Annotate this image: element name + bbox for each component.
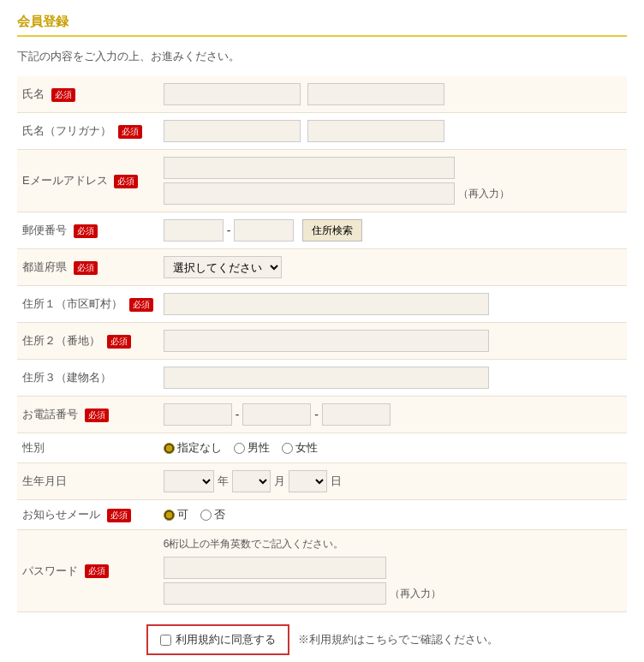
newsletter-input-cell: 可 否 xyxy=(158,500,627,530)
name-label: 氏名 必須 xyxy=(17,76,158,113)
newsletter-label: お知らせメール 必須 xyxy=(17,500,158,530)
zip-search-button[interactable]: 住所検索 xyxy=(302,219,362,242)
password-confirm-input[interactable] xyxy=(164,582,386,605)
phone-input-cell: - - xyxy=(158,397,627,433)
page-title: 会員登録 xyxy=(17,14,627,37)
zip-input-cell: - 住所検索 xyxy=(158,212,627,249)
name-kana-label: 氏名（フリガナ） 必須 xyxy=(17,113,158,150)
prefecture-select[interactable]: 選択してください 北海道青森県岩手県 宮城県秋田県山形県 福島県茨城県栃木県 群… xyxy=(164,256,282,278)
password-hint: 6桁以上の半角英数でご記入ください。 xyxy=(164,537,622,552)
gender-unspecified-label: 指定なし xyxy=(177,440,222,456)
newsletter-no-label: 否 xyxy=(214,507,225,522)
address2-label: 住所２（番地） 必須 xyxy=(17,323,158,360)
required-badge-zip: 必須 xyxy=(74,224,98,238)
address3-label: 住所３（建物名） xyxy=(17,360,158,397)
required-badge-newsletter: 必須 xyxy=(107,509,131,522)
address2-input-cell xyxy=(158,323,627,360)
required-badge-address1: 必須 xyxy=(129,298,153,312)
gender-female-radio[interactable] xyxy=(282,443,293,454)
required-badge-kana: 必須 xyxy=(118,125,142,139)
required-badge-phone: 必須 xyxy=(85,409,109,422)
zip1-input[interactable] xyxy=(164,219,224,242)
gender-unspecified-option[interactable]: 指定なし xyxy=(164,440,222,456)
gender-female-label: 女性 xyxy=(295,440,318,456)
gender-male-label: 男性 xyxy=(247,440,270,456)
first-name-input[interactable] xyxy=(307,83,444,105)
required-badge-prefecture: 必須 xyxy=(74,261,98,275)
month-label: 月 xyxy=(274,474,285,489)
zip-separator: - xyxy=(227,224,231,237)
birth-year-select[interactable]: for(let y=1930;y<=2010;y++){document.wri… xyxy=(164,470,214,492)
required-badge-password: 必須 xyxy=(85,564,109,578)
birthday-label: 生年月日 xyxy=(17,463,158,500)
email-input-cell: （再入力） xyxy=(158,150,627,212)
newsletter-yes-option[interactable]: 可 xyxy=(164,507,188,522)
zip-label: 郵便番号 必須 xyxy=(17,212,158,249)
newsletter-yes-label: 可 xyxy=(177,507,188,522)
gender-male-radio[interactable] xyxy=(234,443,245,454)
address1-label: 住所１（市区町村） 必須 xyxy=(17,286,158,323)
password-label: パスワード 必須 xyxy=(17,530,158,612)
name-input-cell xyxy=(158,76,627,113)
email-reinput-label: （再入力） xyxy=(458,187,510,201)
required-badge-address2: 必須 xyxy=(107,335,131,349)
prefecture-label: 都道府県 必須 xyxy=(17,249,158,286)
prefecture-input-cell: 選択してください 北海道青森県岩手県 宮城県秋田県山形県 福島県茨城県栃木県 群… xyxy=(158,249,627,286)
name-kana-input-cell xyxy=(158,113,627,150)
zip2-input[interactable] xyxy=(234,219,294,242)
address3-input[interactable] xyxy=(164,367,489,389)
newsletter-yes-radio[interactable] xyxy=(164,510,175,521)
address1-input[interactable] xyxy=(164,293,489,315)
phone1-input[interactable] xyxy=(164,403,232,426)
phone3-input[interactable] xyxy=(322,403,391,426)
phone-sep2: - xyxy=(314,408,319,421)
email-label: Eメールアドレス 必須 xyxy=(17,150,158,212)
phone-sep1: - xyxy=(236,408,240,421)
gender-male-option[interactable]: 男性 xyxy=(234,440,270,456)
terms-label-text: 利用規約に同意する xyxy=(176,632,276,647)
terms-checkbox[interactable] xyxy=(160,635,171,646)
year-label: 年 xyxy=(218,474,229,489)
first-name-kana-input[interactable] xyxy=(307,120,444,142)
password-input-cell: 6桁以上の半角英数でご記入ください。 （再入力） xyxy=(158,530,627,612)
birth-month-select[interactable]: for(let m=1;m<=12;m++){document.write('<… xyxy=(232,470,271,492)
phone-label: お電話番号 必須 xyxy=(17,397,158,433)
terms-box: 利用規約に同意する xyxy=(146,624,289,655)
birth-day-select[interactable]: for(let d=1;d<=31;d++){document.write('<… xyxy=(289,470,327,492)
gender-female-option[interactable]: 女性 xyxy=(282,440,318,456)
email-confirm-input[interactable] xyxy=(164,182,455,205)
gender-unspecified-radio[interactable] xyxy=(164,443,175,454)
last-name-input[interactable] xyxy=(164,83,301,105)
address1-input-cell xyxy=(158,286,627,323)
newsletter-no-radio[interactable] xyxy=(200,510,212,521)
day-label: 日 xyxy=(331,474,342,489)
phone2-input[interactable] xyxy=(242,403,311,426)
newsletter-no-option[interactable]: 否 xyxy=(200,507,225,522)
gender-label: 性別 xyxy=(17,433,158,463)
terms-note: ※利用規約はこちらでご確認ください。 xyxy=(298,632,498,647)
terms-checkbox-label[interactable]: 利用規約に同意する xyxy=(160,632,276,647)
address2-input[interactable] xyxy=(164,330,489,352)
password-reinput-label: （再入力） xyxy=(390,587,441,601)
required-badge-email: 必須 xyxy=(114,175,138,188)
password-input[interactable] xyxy=(164,557,386,579)
gender-input-cell: 指定なし 男性 女性 xyxy=(158,433,627,463)
email-input[interactable] xyxy=(164,157,455,179)
form-subtitle: 下記の内容をご入力の上、お進みください。 xyxy=(17,49,627,64)
last-name-kana-input[interactable] xyxy=(164,120,301,142)
required-badge-name: 必須 xyxy=(51,88,75,102)
address3-input-cell xyxy=(158,360,627,397)
birthday-input-cell: for(let y=1930;y<=2010;y++){document.wri… xyxy=(158,463,627,500)
